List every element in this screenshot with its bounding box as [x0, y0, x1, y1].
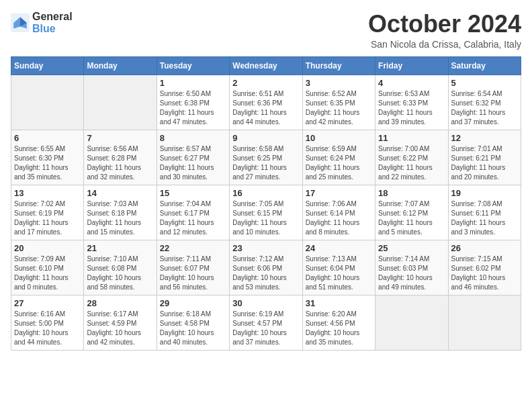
weekday-header-cell: Thursday — [302, 56, 375, 75]
calendar-day-cell: 29Sunrise: 6:18 AM Sunset: 4:58 PM Dayli… — [157, 295, 229, 350]
day-info: Sunrise: 6:55 AM Sunset: 6:30 PM Dayligh… — [14, 144, 81, 182]
day-number: 15 — [160, 188, 226, 198]
calendar-week-row: 13Sunrise: 7:02 AM Sunset: 6:19 PM Dayli… — [11, 185, 521, 240]
calendar-day-cell: 30Sunrise: 6:19 AM Sunset: 4:57 PM Dayli… — [230, 295, 302, 350]
day-info: Sunrise: 7:10 AM Sunset: 6:08 PM Dayligh… — [87, 255, 153, 292]
calendar-day-cell: 12Sunrise: 7:01 AM Sunset: 6:21 PM Dayli… — [448, 130, 521, 185]
day-number: 22 — [160, 243, 226, 253]
day-number: 24 — [306, 243, 372, 253]
day-number: 1 — [160, 78, 226, 88]
calendar-day-cell: 18Sunrise: 7:07 AM Sunset: 6:12 PM Dayli… — [375, 185, 448, 240]
calendar-day-cell — [448, 295, 521, 350]
day-info: Sunrise: 7:05 AM Sunset: 6:15 PM Dayligh… — [232, 199, 299, 237]
day-number: 8 — [160, 133, 226, 143]
weekday-header-cell: Saturday — [448, 56, 521, 75]
day-info: Sunrise: 6:51 AM Sunset: 6:36 PM Dayligh… — [232, 89, 299, 127]
day-info: Sunrise: 7:09 AM Sunset: 6:10 PM Dayligh… — [14, 255, 81, 292]
calendar-day-cell: 16Sunrise: 7:05 AM Sunset: 6:15 PM Dayli… — [230, 185, 302, 240]
day-number: 2 — [232, 78, 299, 88]
day-info: Sunrise: 6:16 AM Sunset: 5:00 PM Dayligh… — [14, 310, 81, 347]
day-info: Sunrise: 7:15 AM Sunset: 6:02 PM Dayligh… — [451, 255, 518, 292]
day-info: Sunrise: 7:00 AM Sunset: 6:22 PM Dayligh… — [378, 144, 445, 182]
day-info: Sunrise: 6:19 AM Sunset: 4:57 PM Dayligh… — [232, 310, 299, 347]
calendar-day-cell: 25Sunrise: 7:14 AM Sunset: 6:03 PM Dayli… — [375, 240, 448, 295]
day-number: 20 — [14, 243, 81, 253]
day-info: Sunrise: 6:17 AM Sunset: 4:59 PM Dayligh… — [87, 310, 153, 347]
day-info: Sunrise: 6:58 AM Sunset: 6:25 PM Dayligh… — [232, 144, 299, 182]
day-number: 6 — [14, 133, 81, 143]
calendar-day-cell: 22Sunrise: 7:11 AM Sunset: 6:07 PM Dayli… — [157, 240, 229, 295]
day-info: Sunrise: 7:03 AM Sunset: 6:18 PM Dayligh… — [87, 199, 153, 237]
calendar-day-cell: 23Sunrise: 7:12 AM Sunset: 6:06 PM Dayli… — [230, 240, 302, 295]
day-number: 30 — [232, 298, 299, 308]
calendar-day-cell: 5Sunrise: 6:54 AM Sunset: 6:32 PM Daylig… — [448, 75, 521, 130]
day-number: 31 — [306, 298, 372, 308]
day-info: Sunrise: 7:07 AM Sunset: 6:12 PM Dayligh… — [378, 199, 445, 237]
location: San Nicola da Crissa, Calabria, Italy — [368, 39, 521, 50]
logo-text: General Blue — [32, 11, 73, 35]
calendar-day-cell: 20Sunrise: 7:09 AM Sunset: 6:10 PM Dayli… — [11, 240, 84, 295]
calendar-week-row: 1Sunrise: 6:50 AM Sunset: 6:38 PM Daylig… — [11, 75, 521, 130]
calendar-day-cell: 6Sunrise: 6:55 AM Sunset: 6:30 PM Daylig… — [11, 130, 84, 185]
calendar-day-cell: 13Sunrise: 7:02 AM Sunset: 6:19 PM Dayli… — [11, 185, 84, 240]
day-info: Sunrise: 7:12 AM Sunset: 6:06 PM Dayligh… — [232, 255, 299, 292]
calendar-day-cell: 19Sunrise: 7:08 AM Sunset: 6:11 PM Dayli… — [448, 185, 521, 240]
weekday-header-cell: Wednesday — [230, 56, 302, 75]
weekday-header-cell: Sunday — [11, 56, 84, 75]
calendar-day-cell: 27Sunrise: 6:16 AM Sunset: 5:00 PM Dayli… — [11, 295, 84, 350]
calendar-week-row: 6Sunrise: 6:55 AM Sunset: 6:30 PM Daylig… — [11, 130, 521, 185]
weekday-header-row: SundayMondayTuesdayWednesdayThursdayFrid… — [11, 56, 521, 75]
calendar-week-row: 20Sunrise: 7:09 AM Sunset: 6:10 PM Dayli… — [11, 240, 521, 295]
logo: General Blue — [11, 11, 73, 35]
day-info: Sunrise: 7:04 AM Sunset: 6:17 PM Dayligh… — [160, 199, 226, 237]
month-title: October 2024 — [368, 11, 521, 38]
day-number: 10 — [306, 133, 372, 143]
calendar-day-cell: 21Sunrise: 7:10 AM Sunset: 6:08 PM Dayli… — [84, 240, 157, 295]
day-info: Sunrise: 6:53 AM Sunset: 6:33 PM Dayligh… — [378, 89, 445, 127]
calendar-day-cell: 11Sunrise: 7:00 AM Sunset: 6:22 PM Dayli… — [375, 130, 448, 185]
day-info: Sunrise: 6:54 AM Sunset: 6:32 PM Dayligh… — [451, 89, 518, 127]
calendar-day-cell: 24Sunrise: 7:13 AM Sunset: 6:04 PM Dayli… — [302, 240, 375, 295]
day-info: Sunrise: 6:57 AM Sunset: 6:27 PM Dayligh… — [160, 144, 226, 182]
calendar-day-cell: 17Sunrise: 7:06 AM Sunset: 6:14 PM Dayli… — [302, 185, 375, 240]
calendar-day-cell: 7Sunrise: 6:56 AM Sunset: 6:28 PM Daylig… — [84, 130, 157, 185]
day-info: Sunrise: 6:18 AM Sunset: 4:58 PM Dayligh… — [160, 310, 226, 347]
calendar-week-row: 27Sunrise: 6:16 AM Sunset: 5:00 PM Dayli… — [11, 295, 521, 350]
calendar-day-cell: 14Sunrise: 7:03 AM Sunset: 6:18 PM Dayli… — [84, 185, 157, 240]
weekday-header-cell: Monday — [84, 56, 157, 75]
calendar-day-cell: 26Sunrise: 7:15 AM Sunset: 6:02 PM Dayli… — [448, 240, 521, 295]
calendar-day-cell: 15Sunrise: 7:04 AM Sunset: 6:17 PM Dayli… — [157, 185, 229, 240]
day-number: 11 — [378, 133, 445, 143]
day-number: 7 — [87, 133, 153, 143]
day-number: 18 — [378, 188, 445, 198]
calendar-day-cell — [11, 75, 84, 130]
weekday-header-cell: Tuesday — [157, 56, 229, 75]
day-number: 23 — [232, 243, 299, 253]
page-header: General Blue October 2024 San Nicola da … — [11, 11, 521, 50]
day-info: Sunrise: 7:14 AM Sunset: 6:03 PM Dayligh… — [378, 255, 445, 292]
calendar-day-cell: 4Sunrise: 6:53 AM Sunset: 6:33 PM Daylig… — [375, 75, 448, 130]
day-info: Sunrise: 7:11 AM Sunset: 6:07 PM Dayligh… — [160, 255, 226, 292]
day-info: Sunrise: 7:02 AM Sunset: 6:19 PM Dayligh… — [14, 199, 81, 237]
calendar-day-cell: 1Sunrise: 6:50 AM Sunset: 6:38 PM Daylig… — [157, 75, 229, 130]
day-info: Sunrise: 7:08 AM Sunset: 6:11 PM Dayligh… — [451, 199, 518, 237]
day-number: 5 — [451, 78, 518, 88]
calendar-day-cell: 8Sunrise: 6:57 AM Sunset: 6:27 PM Daylig… — [157, 130, 229, 185]
day-number: 26 — [451, 243, 518, 253]
day-info: Sunrise: 7:13 AM Sunset: 6:04 PM Dayligh… — [306, 255, 372, 292]
day-number: 21 — [87, 243, 153, 253]
calendar-table: SundayMondayTuesdayWednesdayThursdayFrid… — [11, 56, 521, 351]
title-block: October 2024 San Nicola da Crissa, Calab… — [368, 11, 521, 50]
day-info: Sunrise: 7:01 AM Sunset: 6:21 PM Dayligh… — [451, 144, 518, 182]
day-number: 16 — [232, 188, 299, 198]
calendar-body: 1Sunrise: 6:50 AM Sunset: 6:38 PM Daylig… — [11, 75, 521, 350]
day-info: Sunrise: 6:56 AM Sunset: 6:28 PM Dayligh… — [87, 144, 153, 182]
day-info: Sunrise: 6:52 AM Sunset: 6:35 PM Dayligh… — [306, 89, 372, 127]
calendar-day-cell: 28Sunrise: 6:17 AM Sunset: 4:59 PM Dayli… — [84, 295, 157, 350]
day-number: 3 — [306, 78, 372, 88]
day-number: 9 — [232, 133, 299, 143]
day-number: 25 — [378, 243, 445, 253]
day-info: Sunrise: 6:20 AM Sunset: 4:56 PM Dayligh… — [306, 310, 372, 347]
day-number: 27 — [14, 298, 81, 308]
day-number: 17 — [306, 188, 372, 198]
